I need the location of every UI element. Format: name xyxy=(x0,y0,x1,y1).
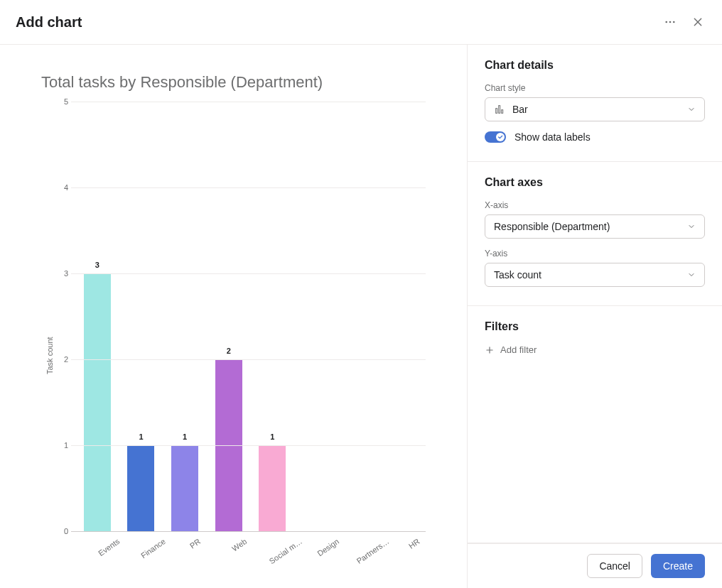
bar-value-label: 2 xyxy=(227,347,231,355)
x-axis-labels: EventsFinancePRWebSocial m…DesignPartner… xyxy=(75,531,426,567)
modal-header: Add chart xyxy=(0,0,722,45)
chart-preview-pane: Total tasks by Responsible (Department) … xyxy=(0,45,468,588)
bar-chart-icon xyxy=(494,104,505,115)
toggle-knob xyxy=(496,133,505,141)
section-title-details: Chart details xyxy=(485,59,705,72)
bar-slot: 3 xyxy=(75,102,119,531)
x-label-slot: Events xyxy=(75,531,119,567)
close-icon xyxy=(692,16,704,28)
show-labels-toggle[interactable] xyxy=(485,131,506,143)
bar-slot xyxy=(338,102,382,531)
more-options-button[interactable] xyxy=(661,13,679,31)
cancel-button[interactable]: Cancel xyxy=(587,554,642,578)
filters-section: Filters Add filter xyxy=(468,306,722,543)
modal-title: Add chart xyxy=(16,14,82,31)
bar-value-label: 1 xyxy=(183,432,187,441)
gridline xyxy=(71,273,426,274)
gridline xyxy=(71,445,426,446)
check-icon xyxy=(497,134,503,140)
svg-point-2 xyxy=(673,21,675,23)
close-button[interactable] xyxy=(689,13,706,31)
svg-rect-3 xyxy=(496,109,497,114)
bar[interactable]: 1 xyxy=(127,445,154,531)
show-labels-text: Show data labels xyxy=(514,131,591,143)
y-tick: 0 xyxy=(54,527,68,535)
bar-slot: 1 xyxy=(163,102,207,531)
bars-container: 31121 xyxy=(75,102,426,531)
modal-footer: Cancel Create xyxy=(468,543,722,588)
bar-slot: 1 xyxy=(251,102,295,531)
bar[interactable]: 1 xyxy=(259,445,286,531)
chart-title: Total tasks by Responsible (Department) xyxy=(41,73,426,92)
bar-value-label: 1 xyxy=(270,432,274,441)
svg-point-0 xyxy=(665,21,667,23)
chevron-down-icon xyxy=(687,222,696,231)
x-axis-field-label: X-axis xyxy=(485,200,705,210)
add-chart-modal: Add chart Total tasks by Responsible (De… xyxy=(0,0,722,588)
gridline xyxy=(71,359,426,360)
chart-style-select[interactable]: Bar xyxy=(485,97,705,121)
chart-style-value: Bar xyxy=(512,104,528,115)
chart-grid: 31121 012345 xyxy=(54,102,426,531)
bar-slot xyxy=(382,102,426,531)
gridline xyxy=(71,531,426,532)
svg-rect-4 xyxy=(499,106,500,114)
bar[interactable]: 3 xyxy=(84,273,111,531)
chart-details-section: Chart details Chart style Bar xyxy=(468,45,722,162)
y-axis-value: Task count xyxy=(494,269,542,281)
section-title-axes: Chart axes xyxy=(485,176,705,189)
svg-point-1 xyxy=(669,21,672,23)
add-filter-button[interactable]: Add filter xyxy=(485,344,537,355)
plus-icon xyxy=(485,345,495,355)
plot-area: 31121 012345 EventsFinancePRWebSocial m…… xyxy=(54,102,426,567)
bar-value-label: 3 xyxy=(95,261,99,269)
chart-axes-section: Chart axes X-axis Responsible (Departmen… xyxy=(468,162,722,306)
y-tick: 5 xyxy=(54,97,68,106)
add-filter-text: Add filter xyxy=(500,344,537,355)
y-axis-field-label: Y-axis xyxy=(485,249,705,258)
bar-value-label: 1 xyxy=(139,432,143,441)
y-axis-select[interactable]: Task count xyxy=(485,263,705,287)
gridline xyxy=(71,187,426,188)
x-axis-value: Responsible (Department) xyxy=(494,221,610,232)
x-axis-select[interactable]: Responsible (Department) xyxy=(485,214,705,239)
y-axis-label: Task count xyxy=(41,102,54,567)
show-labels-row: Show data labels xyxy=(485,131,705,143)
chart-style-label: Chart style xyxy=(485,83,705,93)
svg-rect-5 xyxy=(502,110,503,114)
x-category-label: HR xyxy=(407,537,433,568)
bar-slot xyxy=(294,102,338,531)
settings-pane: Chart details Chart style Bar xyxy=(468,45,722,588)
modal-body: Total tasks by Responsible (Department) … xyxy=(0,45,722,588)
y-tick: 3 xyxy=(54,269,68,278)
gridline xyxy=(71,102,426,102)
chevron-down-icon xyxy=(687,271,696,279)
bar-slot: 2 xyxy=(207,102,251,531)
ellipsis-icon xyxy=(664,16,677,28)
y-tick: 2 xyxy=(54,355,68,364)
bar[interactable]: 1 xyxy=(171,445,198,531)
header-actions xyxy=(661,13,706,31)
section-title-filters: Filters xyxy=(485,320,705,333)
create-button[interactable]: Create xyxy=(651,554,705,578)
chevron-down-icon xyxy=(687,105,696,114)
bar-slot: 1 xyxy=(119,102,163,531)
y-tick: 1 xyxy=(54,441,68,450)
chart-wrap: Task count 31121 012345 EventsFinancePRW… xyxy=(41,102,426,567)
y-tick: 4 xyxy=(54,183,68,192)
